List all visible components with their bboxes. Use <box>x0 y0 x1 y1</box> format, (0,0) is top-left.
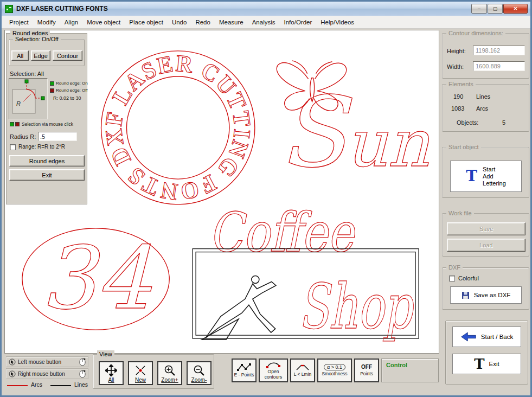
exit-label: Exit <box>489 361 499 367</box>
l-lmin-button[interactable]: L < Lmin <box>290 358 315 382</box>
view-all-label: All <box>108 377 114 383</box>
work-file-title: Work file <box>446 209 474 217</box>
lines-count: 190 <box>453 93 463 100</box>
cursor-circle-icon <box>9 370 16 377</box>
objects-label: Objects: <box>457 119 478 126</box>
menu-item-redo[interactable]: Redo <box>191 17 215 27</box>
sun-lettering[interactable]: Sun <box>279 75 430 189</box>
coffee-shop-design[interactable]: Coffee Shop <box>193 201 419 343</box>
selection-status: Selection: All <box>10 71 44 77</box>
minimize-button[interactable]: – <box>471 4 487 14</box>
arcs-count: 1083 <box>451 105 464 112</box>
menu-item-measure[interactable]: Measure <box>215 17 248 27</box>
work-file-group: Work file Save Load <box>442 213 529 257</box>
lettering-icon: T <box>466 169 477 184</box>
navigation-group: Start / Back T Exit <box>445 321 528 385</box>
width-value: 1600.889 <box>473 61 525 71</box>
round-edge-on-label: Round edge: On <box>56 81 88 86</box>
open-contours-button[interactable]: Open contours <box>259 358 288 382</box>
dxf-group: DXF Colorful Save as DXF <box>442 267 529 310</box>
exit-button[interactable]: T Exit <box>452 354 521 374</box>
range-checkbox-label: Range: R=R to 2*R <box>18 144 65 150</box>
smoothness-label: Smoothness <box>322 372 347 377</box>
zoom-in-icon <box>164 364 176 376</box>
ring-design[interactable]: DXF LASER CUTTING FONTS <box>100 50 256 206</box>
view-new-button[interactable]: New <box>128 361 153 385</box>
short-segment-icon <box>296 363 310 371</box>
menu-item-move-object[interactable]: Move object <box>82 17 125 27</box>
cursor-circle-icon <box>9 358 16 366</box>
panel-exit-button[interactable]: Exit <box>9 169 85 181</box>
save-as-dxf-button[interactable]: Save as DXF <box>450 286 522 304</box>
menu-item-undo[interactable]: Undo <box>168 17 191 27</box>
open-contours-label: Open contours <box>260 369 287 380</box>
e-points-button[interactable]: E - Points <box>232 358 257 382</box>
e-points-label: E - Points <box>234 373 254 378</box>
save-as-dxf-label: Save as DXF <box>474 292 511 298</box>
round-edge-on-swatch <box>50 81 54 86</box>
maximize-button[interactable]: ▢ <box>488 4 503 14</box>
menu-item-modify[interactable]: Modify <box>33 17 60 27</box>
radius-input[interactable] <box>38 132 77 141</box>
svg-text:Coffee: Coffee <box>209 201 356 264</box>
select-all-button[interactable]: All <box>11 50 29 61</box>
colorful-label: Colorful <box>458 275 479 281</box>
control-box: Control <box>381 358 439 382</box>
start-back-button[interactable]: Start / Back <box>452 326 521 347</box>
start-object-title: Start object <box>446 143 481 151</box>
svg-text:R: R <box>16 100 21 107</box>
contour-dimensions-group: Contour dimensions: Height: 1198.162 Wid… <box>442 33 529 79</box>
view-all-button[interactable]: All <box>99 361 124 385</box>
back-arrow-icon <box>460 331 477 342</box>
off-label: OFF <box>361 364 372 370</box>
smoothness-button[interactable]: α > 0.1 Smoothness <box>317 358 352 382</box>
radius-range-hint: R: 0.02 to 30 <box>53 95 81 101</box>
start-add-lettering-button[interactable]: T Start Add Lettering <box>450 161 522 192</box>
menu-item-project[interactable]: Project <box>5 17 33 27</box>
select-contour-button[interactable]: Contour <box>53 50 82 61</box>
menu-item-help-videos[interactable]: Help/Videos <box>316 17 358 27</box>
round-edge-off-label: Round edge: Off <box>56 88 88 93</box>
round-edges-button[interactable]: Round edges <box>9 155 85 167</box>
close-button[interactable]: ✕ <box>503 4 528 14</box>
round-edge-off-swatch <box>50 88 54 93</box>
objects-count: 5 <box>502 119 505 126</box>
mouse-click-hint: Selection via mouse click <box>22 121 73 127</box>
zoom-out-button[interactable]: Zoom- <box>187 361 211 385</box>
load-button[interactable]: Load <box>447 239 525 252</box>
range-checkbox[interactable] <box>10 144 16 150</box>
colorful-checkbox[interactable] <box>449 276 455 281</box>
height-label: Height: <box>447 48 466 54</box>
zoom-in-button[interactable]: Zoom+ <box>157 361 182 385</box>
open-contour-icon <box>266 361 280 368</box>
exit-t-icon: T <box>474 357 484 371</box>
arcs-legend-line <box>7 385 28 386</box>
zoom-out-label: Zoom- <box>191 377 207 383</box>
lines-legend-line <box>50 385 71 386</box>
mouse-icon <box>79 370 86 378</box>
app-window: DXF LASER CUTTING FONTS – ▢ ✕ Project Mo… <box>0 0 532 397</box>
save-button[interactable]: Save <box>447 222 525 235</box>
menu-item-place-object[interactable]: Place object <box>125 17 168 27</box>
contour-dimensions-title: Contour dimensions: <box>446 29 505 37</box>
points-label: Points <box>360 372 373 377</box>
menu-item-align[interactable]: Align <box>60 17 83 27</box>
start-add-lettering-label: Start Add Lettering <box>483 166 506 187</box>
view-group-title: View <box>97 350 114 358</box>
mouse-icon <box>79 358 86 366</box>
window-title: DXF LASER CUTTING FONTS <box>16 5 108 12</box>
lines-label: Lines <box>476 93 490 100</box>
corner-preview: R <box>9 78 48 119</box>
menu-item-info-order[interactable]: Info/Order <box>280 17 317 27</box>
control-label: Control <box>382 359 438 368</box>
select-edge-button[interactable]: Edge <box>31 50 50 61</box>
right-mouse-indicator: Right mouse button <box>6 368 88 379</box>
points-polyline-icon <box>237 363 251 372</box>
menu-item-analysis[interactable]: Analysis <box>248 17 280 27</box>
right-mouse-label: Right mouse button <box>18 371 77 377</box>
oval-34-design[interactable]: 34 <box>22 228 169 330</box>
selection-onoff-title: Selection: On/Off <box>13 35 61 43</box>
zoom-in-label: Zoom+ <box>161 377 178 383</box>
points-off-button[interactable]: OFF Points <box>354 358 379 382</box>
round-edges-panel: Round edges Selection: On/Off All Edge C… <box>6 33 87 204</box>
